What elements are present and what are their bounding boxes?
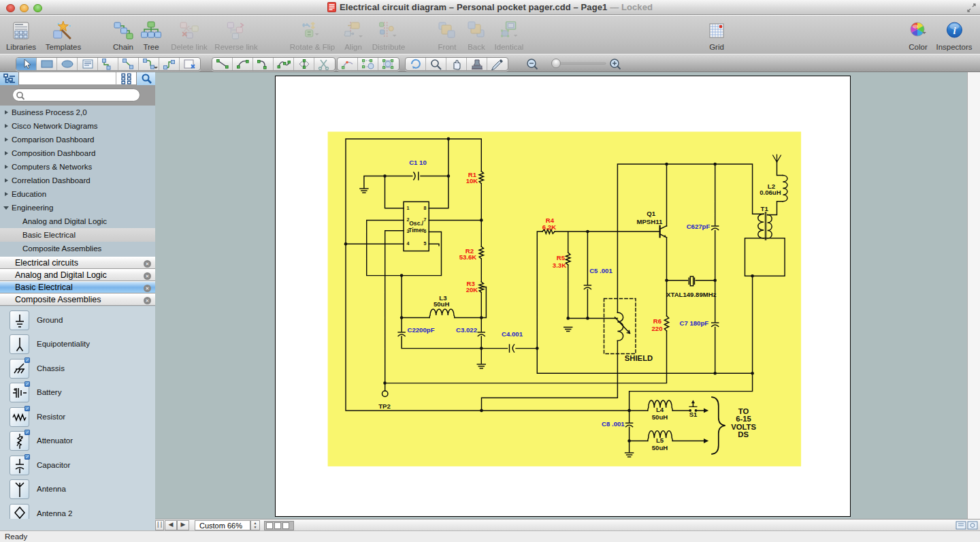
svg-text:C5 .001: C5 .001 xyxy=(589,267,612,274)
svg-text:L4: L4 xyxy=(656,406,664,413)
svg-text:5: 5 xyxy=(423,241,426,246)
svg-text:C4.001: C4.001 xyxy=(502,330,523,338)
svg-text:VOLTS: VOLTS xyxy=(731,423,756,431)
svg-text:220: 220 xyxy=(651,325,662,332)
svg-text:C627pF: C627pF xyxy=(687,223,710,230)
svg-text:Osc./: Osc./ xyxy=(409,220,424,227)
svg-text:C3.022: C3.022 xyxy=(456,326,477,334)
svg-text:Q1: Q1 xyxy=(647,210,655,217)
svg-text:C2200pF: C2200pF xyxy=(408,326,435,334)
svg-text:0.06uH: 0.06uH xyxy=(760,189,781,196)
svg-text:L5: L5 xyxy=(656,436,664,444)
svg-text:SHIELD: SHIELD xyxy=(625,354,653,362)
svg-text:C7 180pF: C7 180pF xyxy=(679,319,708,327)
svg-text:7: 7 xyxy=(423,217,426,222)
svg-text:53.6K: 53.6K xyxy=(459,253,477,261)
svg-text:MPSH11: MPSH11 xyxy=(636,218,663,225)
svg-text:Timer: Timer xyxy=(408,227,425,234)
svg-text:C1 10: C1 10 xyxy=(409,159,427,166)
svg-text:50uH: 50uH xyxy=(652,413,668,421)
svg-text:T1: T1 xyxy=(761,205,769,212)
svg-text:8: 8 xyxy=(423,206,426,210)
svg-text:6-15: 6-15 xyxy=(736,415,751,423)
svg-text:TO: TO xyxy=(738,407,749,415)
svg-text:R6: R6 xyxy=(653,317,662,325)
svg-text:XTAL149.89MHz: XTAL149.89MHz xyxy=(666,291,717,298)
svg-text:10K: 10K xyxy=(466,177,478,185)
svg-text:50uH: 50uH xyxy=(434,300,450,308)
svg-text:6.2K: 6.2K xyxy=(542,223,556,231)
svg-text:3.3K: 3.3K xyxy=(553,261,566,269)
svg-text:DS: DS xyxy=(738,430,749,439)
svg-text:R5: R5 xyxy=(557,254,566,261)
svg-text:20K: 20K xyxy=(466,286,478,293)
svg-text:C8 .001: C8 .001 xyxy=(602,420,625,428)
svg-text:1: 1 xyxy=(407,206,410,210)
svg-text:4: 4 xyxy=(407,241,410,246)
svg-text:TP2: TP2 xyxy=(378,402,391,410)
svg-text:50uH: 50uH xyxy=(652,444,668,451)
svg-text:S1: S1 xyxy=(689,411,698,418)
